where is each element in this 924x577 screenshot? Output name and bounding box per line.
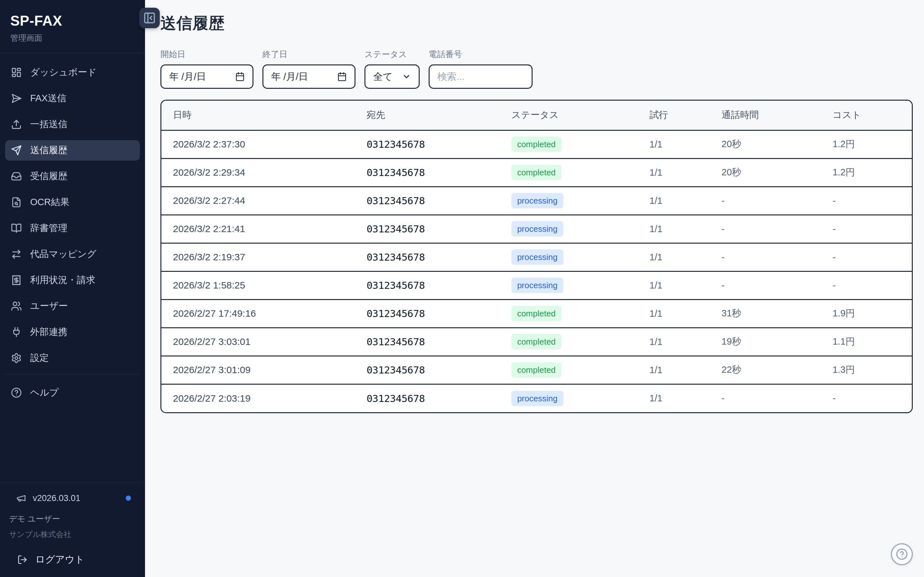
version-row[interactable]: v2026.03.01 [9,493,136,503]
end-date-input[interactable]: 年 /月/日 [262,64,355,89]
logout-icon [17,554,27,565]
sidebar-item-help[interactable]: ヘルプ [5,382,140,403]
sidebar-collapse-button[interactable] [139,8,160,28]
cell-cost: 1.9円 [821,300,912,327]
cell-attempts: 1/1 [638,327,710,356]
start-date-input[interactable]: 年 /月/日 [160,64,254,89]
table-row[interactable]: 2026/2/27 17:49:16 0312345678 completed … [162,300,912,327]
cell-destination: 0312345678 [355,300,499,327]
table-row[interactable]: 2026/3/2 2:19:37 0312345678 processing 1… [162,243,912,271]
status-badge: completed [511,334,561,350]
cell-datetime: 2026/3/2 2:21:41 [162,215,355,243]
sidebar-item-5[interactable]: OCR結果 [5,192,140,213]
status-badge: completed [511,306,561,322]
sidebar-nav: ダッシュボード FAX送信 一括送信 送信履歴 受信履歴 OCR結果 辞書管理 … [0,53,145,408]
app-name: SP-FAX [10,13,135,29]
phone-search-input[interactable] [429,64,533,89]
cell-cost: - [821,384,912,412]
status-badge: completed [511,137,561,152]
cell-datetime: 2026/3/2 1:58:25 [162,271,355,300]
cell-attempts: 1/1 [638,300,710,327]
sidebar-item-11[interactable]: 設定 [5,348,140,368]
table-row[interactable]: 2026/2/27 3:01:09 0312345678 completed 1… [162,356,912,384]
sidebar-item-3[interactable]: 送信履歴 [5,140,140,161]
cell-datetime: 2026/2/27 3:03:01 [162,327,355,356]
cell-duration: 22秒 [710,356,821,384]
notification-dot [126,496,131,501]
dashboard-icon [11,67,22,78]
sidebar-item-1[interactable]: FAX送信 [5,88,140,109]
sidebar-item-label: ヘルプ [30,386,59,399]
cell-attempts: 1/1 [638,243,710,271]
status-badge: processing [511,277,564,293]
table-row[interactable]: 2026/3/2 2:21:41 0312345678 processing 1… [162,215,912,243]
help-fab-button[interactable] [891,543,913,565]
megaphone-icon [16,493,26,503]
company-name: サンプル株式会社 [9,529,136,540]
col-duration: 通話時間 [710,101,821,130]
sidebar-item-label: 送信履歴 [30,144,67,157]
status-badge: processing [511,193,564,209]
cell-status: completed [500,158,638,187]
table-row[interactable]: 2026/3/2 2:27:44 0312345678 processing 1… [162,187,912,215]
cell-status: processing [500,271,638,300]
status-badge: processing [511,250,564,265]
cell-destination: 0312345678 [355,187,499,215]
logout-button[interactable]: ログアウト [9,553,136,566]
col-datetime: 日時 [162,101,355,130]
sidebar-item-label: 外部連携 [30,326,67,338]
col-destination: 宛先 [355,101,499,130]
col-attempts: 試行 [638,101,710,130]
send-history-icon [11,145,22,156]
cell-attempts: 1/1 [638,130,710,158]
end-date-group: 終了日 年 /月/日 [262,49,355,89]
table-header: 日時 宛先 ステータス 試行 通話時間 コスト [162,101,912,130]
cell-destination: 0312345678 [355,384,499,412]
table-row[interactable]: 2026/2/27 2:03:19 0312345678 processing … [162,384,912,412]
cell-cost: - [821,187,912,215]
table-row[interactable]: 2026/3/2 1:58:25 0312345678 processing 1… [162,271,912,300]
inbox-icon [11,171,22,182]
cell-datetime: 2026/3/2 2:37:30 [162,130,355,158]
sidebar-item-label: 代品マッピング [30,248,96,261]
sidebar-item-6[interactable]: 辞書管理 [5,218,140,239]
cell-cost: 1.2円 [821,130,912,158]
sidebar-item-10[interactable]: 外部連携 [5,322,140,342]
end-date-label: 終了日 [262,49,355,60]
phone-filter-label: 電話番号 [429,49,533,60]
status-select[interactable]: 全て [365,64,420,89]
sidebar-footer: v2026.03.01 デモ ユーザー サンプル株式会社 ログアウト [0,482,145,577]
version-label: v2026.03.01 [33,493,81,503]
sidebar-item-8[interactable]: 利用状況・請求 [5,270,140,290]
calendar-icon [337,72,347,81]
cell-attempts: 1/1 [638,187,710,215]
fax-send-icon [11,93,22,104]
cell-destination: 0312345678 [355,158,499,187]
calendar-icon [235,72,245,81]
cell-duration: 20秒 [710,130,821,158]
mapping-arrows-icon [11,249,22,259]
sidebar-item-label: ダッシュボード [30,66,97,79]
cell-cost: 1.2円 [821,158,912,187]
sidebar-item-7[interactable]: 代品マッピング [5,244,140,264]
table-row[interactable]: 2026/3/2 2:37:30 0312345678 completed 1/… [162,130,912,158]
sidebar-item-4[interactable]: 受信履歴 [5,166,140,187]
table-row[interactable]: 2026/3/2 2:29:34 0312345678 completed 1/… [162,158,912,187]
col-status: ステータス [500,101,638,130]
cell-destination: 0312345678 [355,271,499,300]
page-title: 送信履歴 [160,13,913,34]
sidebar-item-2[interactable]: 一括送信 [5,114,140,135]
sidebar-item-0[interactable]: ダッシュボード [5,62,140,83]
cell-destination: 0312345678 [355,243,499,271]
logout-label: ログアウト [35,553,85,566]
filter-bar: 開始日 年 /月/日 終了日 年 /月/日 ステータス 全て 電話番号 [160,49,913,89]
cell-cost: - [821,271,912,300]
cell-status: completed [500,356,638,384]
table-row[interactable]: 2026/2/27 3:03:01 0312345678 completed 1… [162,327,912,356]
app-subtitle: 管理画面 [10,33,135,43]
ocr-file-search-icon [11,197,22,208]
end-date-value: 年 /月/日 [271,70,308,83]
sidebar-item-9[interactable]: ユーザー [5,296,140,316]
status-badge: completed [511,362,561,378]
cell-attempts: 1/1 [638,271,710,300]
